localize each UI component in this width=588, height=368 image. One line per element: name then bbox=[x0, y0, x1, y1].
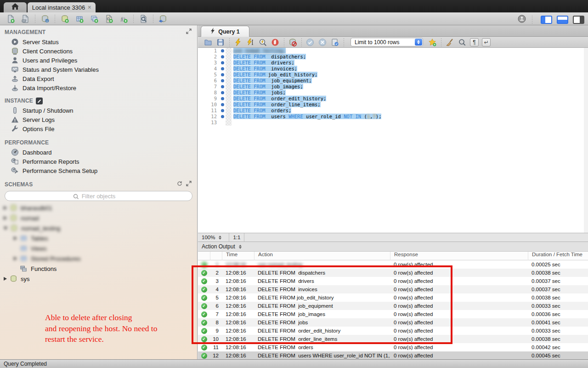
home-tab[interactable] bbox=[4, 2, 27, 12]
stop-on-error-icon[interactable] bbox=[288, 38, 297, 46]
explain-icon[interactable] bbox=[258, 38, 267, 46]
sidebar-item-performance-reports[interactable]: Performance Reports bbox=[0, 157, 197, 166]
section-schemas: SCHEMAS bbox=[0, 180, 197, 189]
sql-editor[interactable]: 1use nomad_testing;2DELETE FROM dispatch… bbox=[198, 48, 588, 233]
schema-tree-item-stored-procedures[interactable]: Stored Procedures bbox=[0, 253, 197, 264]
create-view-icon[interactable] bbox=[88, 14, 100, 24]
expand-panel-icon[interactable] bbox=[186, 29, 192, 35]
stop-icon[interactable] bbox=[271, 38, 280, 46]
output-selector-stepper[interactable] bbox=[239, 245, 242, 249]
sidebar-item-startup-shutdown[interactable]: Startup / Shutdown bbox=[0, 106, 197, 115]
schema-filter bbox=[5, 191, 192, 201]
row-duration: 0.00038 sec bbox=[528, 270, 588, 276]
row-duration: 0.00037 sec bbox=[528, 278, 588, 284]
open-folder-icon[interactable] bbox=[204, 38, 213, 46]
editor-scrollbar[interactable] bbox=[584, 48, 588, 233]
success-check-icon: ✓ bbox=[201, 345, 207, 351]
create-function-icon[interactable]: f() bbox=[118, 14, 130, 24]
column-header-action[interactable]: Action bbox=[254, 252, 390, 260]
open-sql-icon[interactable] bbox=[19, 14, 31, 24]
sidebar-item-label: Status and System Variables bbox=[23, 66, 99, 73]
line-number: 10 bbox=[198, 102, 219, 108]
create-table-icon[interactable] bbox=[74, 14, 85, 24]
snippet-icon[interactable] bbox=[428, 38, 437, 46]
expand-schemas-icon[interactable] bbox=[186, 181, 192, 188]
tree-expand-arrow-icon[interactable] bbox=[4, 206, 7, 210]
schema-tree-item-nomad-testing[interactable]: nomad_testing bbox=[0, 223, 197, 233]
schema-tree-item-views[interactable]: Views bbox=[0, 243, 197, 253]
editor-line-10: 10DELETE FROM order_line_items; bbox=[198, 102, 588, 108]
refresh-schemas-icon[interactable] bbox=[177, 181, 182, 188]
schema-tree-item-tables[interactable]: Tables bbox=[0, 233, 197, 243]
sidebar-item-performance-schema-setup[interactable]: Performance Schema Setup bbox=[0, 166, 197, 175]
functions-icon bbox=[20, 265, 28, 272]
sidebar-item-server-logs[interactable]: Server Logs bbox=[0, 115, 197, 124]
sidebar-item-status-and-system-variables[interactable]: Status and System Variables bbox=[0, 65, 197, 74]
statement-marker-icon bbox=[221, 55, 224, 58]
search-data-icon[interactable] bbox=[137, 14, 149, 24]
sidebar-item-server-status[interactable]: Server Status bbox=[0, 37, 197, 46]
tree-expand-arrow-icon[interactable] bbox=[14, 257, 17, 260]
new-sql-icon[interactable] bbox=[5, 14, 17, 24]
main-toolbar: if() bbox=[0, 12, 588, 25]
column-header-duration[interactable]: Duration / Fetch Time bbox=[528, 252, 588, 260]
line-number: 6 bbox=[198, 78, 219, 84]
toggle-left-panel-icon[interactable] bbox=[541, 16, 552, 24]
sidebar-item-dashboard[interactable]: Dashboard bbox=[0, 148, 197, 157]
output-row-12[interactable]: ✓1212:08:16DELETE FROM users WHERE user_… bbox=[198, 351, 588, 359]
rollback-icon[interactable] bbox=[318, 38, 327, 46]
word-wrap-icon[interactable]: ↵ bbox=[482, 38, 491, 46]
commit-icon[interactable] bbox=[305, 38, 315, 46]
reconnect-icon[interactable] bbox=[157, 14, 169, 24]
autocommit-icon[interactable] bbox=[330, 38, 339, 46]
server-info-icon[interactable]: i bbox=[39, 14, 51, 24]
performance-items: DashboardPerformance ReportsPerformance … bbox=[0, 148, 197, 175]
schema-filter-input[interactable] bbox=[5, 191, 192, 201]
create-schema-icon[interactable] bbox=[59, 14, 71, 24]
save-icon[interactable] bbox=[216, 38, 225, 46]
schema-tree-item-sys[interactable]: sys bbox=[0, 274, 197, 284]
execute-icon[interactable] bbox=[233, 38, 243, 46]
execute-current-icon[interactable] bbox=[246, 38, 255, 46]
connection-tab[interactable]: Local instance 3306 × bbox=[28, 2, 96, 12]
sidebar-item-options-file[interactable]: Options File bbox=[0, 124, 197, 133]
column-header-response[interactable]: Response bbox=[390, 252, 528, 260]
status-bar: Query Completed bbox=[0, 359, 588, 368]
sidebar-item-label: Options File bbox=[23, 126, 54, 132]
toggle-right-panel-icon[interactable] bbox=[573, 16, 584, 24]
wrench-icon bbox=[11, 125, 19, 133]
output-row-11[interactable]: ✓1112:08:16DELETE FROM orders0 row(s) af… bbox=[198, 343, 588, 351]
tree-expand-arrow-icon[interactable] bbox=[14, 236, 17, 240]
statement-marker-icon bbox=[221, 61, 224, 64]
tree-expand-arrow-icon[interactable] bbox=[4, 216, 7, 220]
toggle-bottom-panel-icon[interactable] bbox=[557, 16, 568, 24]
row-duration: 0.00025 sec bbox=[528, 262, 588, 267]
client-connections-icon bbox=[11, 47, 19, 55]
sidebar-item-data-import-restore[interactable]: Data Import/Restore bbox=[0, 83, 197, 92]
schemas-title: SCHEMAS bbox=[5, 181, 33, 188]
performance-title: PERFORMANCE bbox=[5, 139, 49, 146]
column-header-time[interactable]: Time bbox=[222, 252, 254, 260]
sidebar-item-client-connections[interactable]: Client Connections bbox=[0, 46, 197, 56]
sidebar-item-data-export[interactable]: Data Export bbox=[0, 74, 197, 83]
zoom-stepper[interactable] bbox=[219, 236, 221, 240]
schema-tree-item-functions[interactable]: Functions bbox=[0, 264, 197, 274]
show-invisibles-icon[interactable]: ¶ bbox=[470, 38, 479, 46]
close-tab-icon[interactable]: × bbox=[88, 4, 91, 11]
schema-tree-item-nomad[interactable]: nomad bbox=[0, 213, 197, 223]
preferences-icon[interactable] bbox=[517, 14, 526, 25]
beautify-icon[interactable] bbox=[445, 38, 454, 46]
export-icon bbox=[11, 75, 19, 83]
instance-wrench-icon[interactable] bbox=[36, 98, 43, 104]
create-procedure-icon[interactable] bbox=[103, 14, 115, 24]
editor-line-13: 13 bbox=[198, 120, 588, 126]
tree-expand-arrow-icon[interactable] bbox=[4, 227, 7, 230]
schema-tree: bharasdb01nomadnomad_testingTablesViewsS… bbox=[0, 203, 197, 284]
find-icon[interactable] bbox=[458, 38, 467, 46]
limit-rows-dropdown[interactable]: Limit to 1000 rows bbox=[351, 38, 423, 46]
statement-marker-icon bbox=[221, 85, 224, 88]
schema-tree-item-bharasdb01[interactable]: bharasdb01 bbox=[0, 203, 197, 213]
tree-expand-arrow-icon[interactable] bbox=[4, 277, 7, 281]
tab-query-1[interactable]: Query 1 bbox=[201, 26, 249, 37]
sidebar-item-users-and-privileges[interactable]: Users and Privileges bbox=[0, 56, 197, 65]
